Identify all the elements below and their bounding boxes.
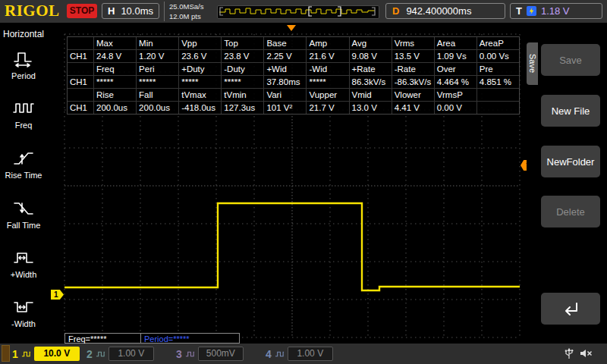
horizontal-scale-box[interactable]: H 10.0ms [102, 3, 159, 19]
measurement-cell: 101 V² [263, 102, 306, 114]
channel-block-2[interactable]: 2 1.00 V [86, 346, 154, 362]
measurement-cell: Peri [136, 63, 178, 75]
measurement-cell: 21.6 V [306, 50, 348, 62]
sidebar-item-label: Fall Time [7, 221, 41, 230]
measurement-cell: 23.8 V [221, 50, 263, 62]
acquisition-info: 25.0MSa/s 12.0M pts [164, 2, 219, 21]
channel-waveform-icon [21, 350, 31, 358]
channel-number: 2 [86, 348, 93, 360]
measurement-row: MaxMinVppTopBaseAmpAvgVrmsAreaAreaP [68, 37, 519, 49]
channel-scale: 1.00 V [288, 347, 333, 361]
measurement-cell: 86.3kV/s [349, 76, 392, 88]
measurement-cell: Vari [263, 89, 306, 101]
measurement-cell: 1.09 Vs [434, 50, 476, 62]
measurement-cell: 2.25 V [263, 50, 306, 62]
preview-waveform-icon [218, 6, 377, 17]
channel-scale: 1.00 V [109, 347, 154, 361]
return-arrow-icon [560, 300, 581, 318]
measurement-cell: Rise [93, 89, 136, 101]
channel-block-4[interactable]: 4 1.00 V [266, 346, 333, 362]
new-file-button[interactable]: New File [541, 95, 600, 127]
trigger-position-marker[interactable] [287, 25, 296, 31]
channel-waveform-icon [185, 350, 195, 358]
measurement-cell: ***** [221, 76, 263, 88]
measurement-cell: Avg [349, 37, 392, 49]
measurement-cell: Area [434, 37, 476, 49]
h-label: H [108, 5, 115, 17]
sample-rate: 25.0MSa/s [169, 2, 219, 11]
trigger-level-value: 1.18 V [541, 5, 570, 17]
rigol-logo: RIGOL [5, 2, 60, 20]
usb-plug-icon [563, 347, 575, 360]
sidebar-item-freq[interactable]: Freq [0, 98, 47, 130]
sidebar-item-label: -Width [11, 319, 36, 328]
channel-block-3[interactable]: 3 500mV [176, 346, 244, 362]
sidebar-item-label: Period [11, 71, 36, 80]
measurement-source-label: CH1 [68, 76, 93, 88]
message-indicator [2, 345, 10, 362]
sidebar-item-rise-time[interactable]: Rise Time [0, 148, 47, 180]
measurement-cell: Base [263, 37, 306, 49]
sidebar-title: Horizontal [0, 23, 47, 39]
t-label: T [516, 5, 522, 17]
trigger-box[interactable]: T 1.18 V [510, 3, 602, 19]
measurement-cell: 1.20 V [136, 50, 178, 62]
sidebar-item-plus-width[interactable]: +Width [0, 247, 47, 279]
measurement-row: CH124.8 V1.20 V23.6 V23.8 V2.25 V21.6 V9… [68, 49, 519, 62]
memory-waveform-preview[interactable] [217, 5, 379, 19]
graticule-area: 1 MaxMinVppTopBaseAmpAvgVrmsAreaAreaPCH1… [47, 23, 527, 344]
lightning-bolt-icon [527, 7, 536, 15]
channel-number: 4 [266, 348, 272, 360]
measurement-cell: Vupper [306, 89, 348, 101]
measurement-cell [476, 89, 519, 101]
new-folder-button[interactable]: NewFolder [541, 146, 600, 177]
channel-scale: 500mV [198, 347, 244, 361]
measurement-cell: ***** [306, 76, 348, 88]
measurement-cell: -Rate [392, 63, 434, 75]
d-label: D [392, 5, 399, 17]
oscilloscope-screen: RIGOL STOP H 10.0ms 25.0MSa/s 12.0M pts … [0, 0, 607, 364]
return-button[interactable] [541, 293, 600, 325]
top-bar: RIGOL STOP H 10.0ms 25.0MSa/s 12.0M pts … [0, 0, 607, 24]
measurement-cell: VrmsP [434, 89, 476, 101]
h-scale-value: 10.0ms [121, 5, 153, 17]
measurement-cell: 200.0us [93, 102, 136, 114]
measurement-source-label [68, 89, 93, 101]
measurement-cell: 0.00 Vs [476, 50, 519, 62]
fall-time-icon [12, 198, 35, 219]
measurement-cell: 21.7 V [306, 102, 348, 114]
channel-waveform-icon [96, 350, 105, 358]
channel-number: 3 [176, 348, 182, 360]
right-menu: Save Save New File NewFolder Delete [527, 23, 607, 344]
channel-waveform-icon [275, 350, 285, 358]
measurement-cell: Pre [476, 63, 519, 75]
measurement-cell: Amp [306, 37, 348, 49]
left-sidebar: Horizontal Period Freq Rise Time [0, 23, 47, 344]
measurement-cell: Vmid [349, 89, 392, 101]
sidebar-item-minus-width[interactable]: -Width [0, 297, 47, 328]
measurement-source-label: CH1 [68, 50, 93, 62]
save-button[interactable]: Save [541, 44, 600, 76]
delay-box[interactable]: D 942.400000ms [385, 3, 505, 19]
measurement-source-label: CH1 [68, 102, 93, 114]
measurement-cell: 4.41 V [392, 102, 434, 114]
run-state-badge[interactable]: STOP [67, 4, 97, 18]
sidebar-item-period[interactable]: Period [0, 49, 47, 80]
d-value: 942.400000ms [406, 5, 471, 17]
measurement-cell: -418.0us [178, 102, 221, 114]
rise-time-icon [12, 148, 35, 169]
measurement-cell: +Wid [263, 63, 306, 75]
measurement-cell: Freq [93, 63, 136, 75]
measurement-cell: Max [93, 37, 136, 49]
measurement-row: FreqPeri+Duty-Duty+Wid-Wid+Rate-RateOver… [68, 62, 519, 75]
sidebar-item-fall-time[interactable]: Fall Time [0, 198, 47, 230]
measurement-cell: ***** [136, 76, 178, 88]
sidebar-item-label: Freq [15, 121, 33, 130]
measurement-cell: 37.80ms [263, 76, 306, 88]
measurement-cell: 127.3us [221, 102, 263, 114]
measurement-cell: 24.8 V [93, 50, 136, 62]
sidebar-item-label: Rise Time [5, 171, 42, 180]
channel-block-1[interactable]: 1 10.0 V [12, 346, 80, 362]
delete-button[interactable]: Delete [541, 196, 600, 228]
measurement-cell: Vpp [178, 37, 221, 49]
